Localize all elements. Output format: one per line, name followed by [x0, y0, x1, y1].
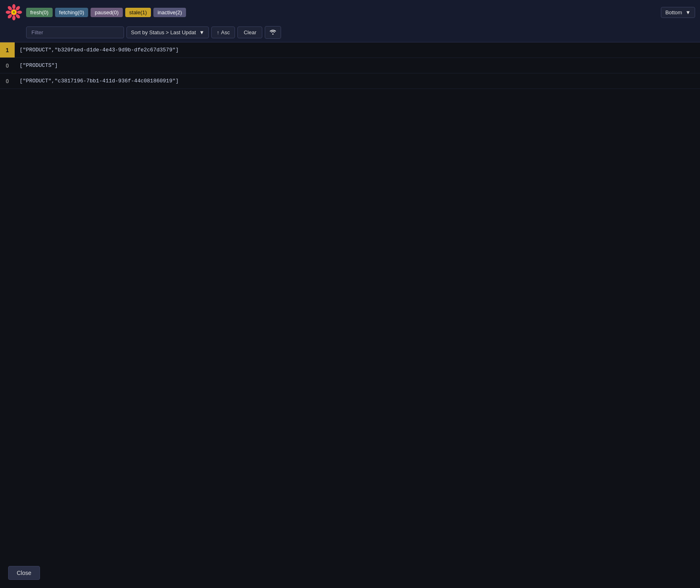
table-row[interactable]: 0 ["PRODUCTS"] — [0, 58, 700, 73]
position-dropdown[interactable]: Bottom ▼ — [661, 7, 695, 18]
svg-point-5 — [12, 15, 16, 20]
inactive-filter-badge[interactable]: inactive(2) — [153, 8, 186, 17]
close-button[interactable]: Close — [8, 566, 40, 580]
svg-point-10 — [13, 11, 15, 13]
wifi-icon — [269, 29, 277, 36]
query-list: 1 ["PRODUCT","b320faed-d1de-4e43-9d9b-df… — [0, 42, 700, 89]
query-count-badge: 0 — [0, 73, 15, 88]
svg-point-3 — [17, 11, 22, 14]
fresh-filter-badge[interactable]: fresh(0) — [26, 8, 53, 17]
query-count-badge: 1 — [0, 42, 15, 57]
header: fresh(0) fetching(0) paused(0) stale(1) … — [0, 0, 700, 42]
arrow-up-icon: ↑ — [217, 29, 219, 35]
header-top-row: fresh(0) fetching(0) paused(0) stale(1) … — [5, 3, 695, 21]
paused-filter-badge[interactable]: paused(0) — [91, 8, 123, 17]
sort-label: Sort by Status > Last Updat — [131, 29, 196, 35]
query-count-badge: 0 — [0, 58, 15, 73]
logo — [5, 3, 23, 21]
svg-point-7 — [6, 11, 11, 14]
clear-button[interactable]: Clear — [237, 27, 262, 38]
stale-filter-badge[interactable]: stale(1) — [125, 8, 151, 17]
filter-input[interactable] — [26, 27, 124, 38]
asc-button[interactable]: ↑ Asc — [211, 27, 235, 38]
query-key-text: ["PRODUCT","c3817196-7bb1-411d-936f-44c0… — [15, 75, 184, 87]
sort-dropdown[interactable]: Sort by Status > Last Updat ▼ — [126, 27, 209, 38]
chevron-down-icon: ▼ — [685, 9, 691, 15]
query-key-text: ["PRODUCTS"] — [15, 59, 63, 72]
position-label: Bottom — [665, 9, 682, 15]
wifi-button[interactable] — [265, 26, 281, 39]
asc-label: Asc — [221, 29, 230, 35]
table-row[interactable]: 0 ["PRODUCT","c3817196-7bb1-411d-936f-44… — [0, 73, 700, 89]
fetching-filter-badge[interactable]: fetching(0) — [55, 8, 88, 17]
status-filters: fresh(0) fetching(0) paused(0) stale(1) … — [26, 8, 658, 17]
table-row[interactable]: 1 ["PRODUCT","b320faed-d1de-4e43-9d9b-df… — [0, 42, 700, 58]
query-key-text: ["PRODUCT","b320faed-d1de-4e43-9d9b-dfe2… — [15, 44, 184, 56]
svg-point-1 — [12, 4, 16, 9]
header-bottom-row: Sort by Status > Last Updat ▼ ↑ Asc Clea… — [5, 26, 695, 39]
sort-chevron-down-icon: ▼ — [199, 29, 204, 35]
